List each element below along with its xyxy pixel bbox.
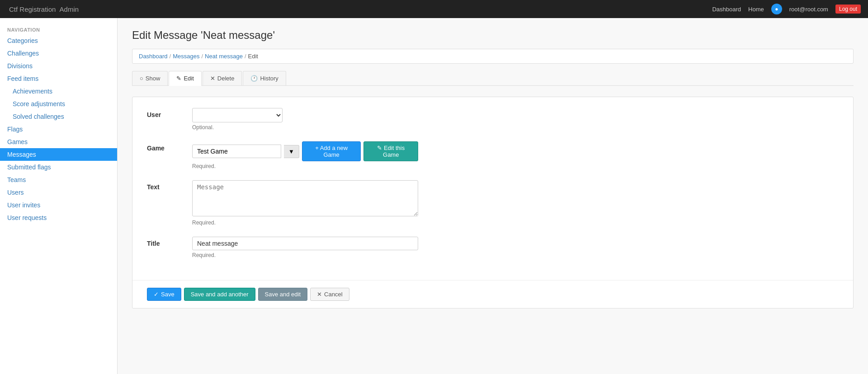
add-game-button[interactable]: + Add a new Game [302, 141, 361, 161]
breadcrumb-sep-2: / [201, 53, 203, 60]
eye-icon: ○ [140, 75, 143, 82]
tab-delete[interactable]: ✕ Delete [203, 71, 242, 85]
sidebar-item-user-requests[interactable]: User requests [0, 211, 117, 224]
sidebar-item-solved-challenges[interactable]: Solved challenges [0, 110, 117, 123]
tab-edit-label: Edit [184, 75, 193, 82]
user-avatar-icon: ● [771, 4, 782, 14]
checkmark-icon: ✓ [154, 291, 159, 298]
breadcrumb-sep-1: / [170, 53, 171, 60]
form-actions: ✓ Save Save and add another Save and edi… [132, 280, 853, 308]
tab-show[interactable]: ○ Show [132, 71, 168, 85]
title-control-wrap: Required. [192, 237, 418, 258]
tab-history[interactable]: 🕐 History [243, 71, 286, 85]
form-body: User Optional. Game ▼ [132, 97, 853, 280]
sidebar-item-teams[interactable]: Teams [0, 173, 117, 186]
title-input[interactable] [192, 237, 418, 250]
game-label: Game [147, 141, 192, 152]
user-select[interactable] [192, 108, 283, 122]
cancel-label: Cancel [324, 291, 342, 298]
breadcrumb-neat-message[interactable]: Neat message [205, 53, 243, 60]
edit-game-button[interactable]: ✎ Edit this Game [363, 141, 418, 161]
sidebar: Navigation Categories Challenges Divisio… [0, 18, 118, 374]
text-label: Text [147, 180, 192, 191]
text-required-text: Required. [192, 220, 418, 226]
brand: Ctf Registration Admin [7, 5, 79, 13]
sidebar-item-users[interactable]: Users [0, 186, 117, 199]
user-field-group: User Optional. [147, 108, 839, 131]
sidebar-nav-label: Navigation [0, 23, 117, 34]
game-dropdown-toggle[interactable]: ▼ [284, 145, 299, 158]
game-input[interactable] [192, 145, 281, 158]
save-add-button[interactable]: Save and add another [184, 288, 255, 301]
navbar-links: Dashboard Home ● root@root.com Log out [712, 4, 861, 14]
breadcrumb: Dashboard / Messages / Neat message / Ed… [132, 49, 854, 64]
cancel-button[interactable]: ✕ Cancel [310, 288, 349, 301]
save-label: Save [161, 291, 175, 298]
user-control-wrap: Optional. [192, 108, 418, 131]
tab-edit[interactable]: ✎ Edit [169, 71, 201, 86]
page-title: Edit Message 'Neat message' [132, 29, 854, 42]
brand-suffix: Admin [60, 5, 79, 13]
save-edit-button[interactable]: Save and edit [258, 288, 308, 301]
tab-history-label: History [260, 75, 278, 82]
main-content: Edit Message 'Neat message' Dashboard / … [118, 18, 868, 374]
game-required-text: Required. [192, 163, 418, 169]
user-help-text: Optional. [192, 124, 418, 131]
dashboard-link[interactable]: Dashboard [712, 6, 741, 13]
tab-show-label: Show [146, 75, 160, 82]
sidebar-item-challenges[interactable]: Challenges [0, 47, 117, 60]
sidebar-item-achievements[interactable]: Achievements [0, 85, 117, 98]
navbar: Ctf Registration Admin Dashboard Home ● … [0, 0, 868, 18]
breadcrumb-sep-3: / [245, 53, 246, 60]
sidebar-item-flags[interactable]: Flags [0, 123, 117, 136]
text-field-group: Text Required. [147, 180, 839, 226]
cancel-x-icon: ✕ [317, 291, 322, 298]
game-select-row: ▼ + Add a new Game ✎ Edit this Game [192, 141, 418, 161]
text-input[interactable] [192, 180, 418, 216]
pencil-icon: ✎ [176, 75, 181, 82]
times-icon: ✕ [210, 75, 215, 82]
sidebar-item-games[interactable]: Games [0, 136, 117, 148]
sidebar-item-divisions[interactable]: Divisions [0, 60, 117, 72]
edit-form: User Optional. Game ▼ [132, 97, 854, 309]
logout-button[interactable]: Log out [835, 5, 861, 14]
game-field-group: Game ▼ + Add a new Game ✎ Edit this Game… [147, 141, 839, 169]
game-control-wrap: ▼ + Add a new Game ✎ Edit this Game Requ… [192, 141, 418, 169]
home-link[interactable]: Home [748, 6, 764, 13]
text-control-wrap: Required. [192, 180, 418, 226]
tab-delete-label: Delete [217, 75, 235, 82]
title-field-group: Title Required. [147, 237, 839, 258]
sidebar-item-score-adjustments[interactable]: Score adjustments [0, 98, 117, 110]
title-required-text: Required. [192, 252, 418, 258]
breadcrumb-edit: Edit [248, 53, 258, 60]
user-email: root@root.com [789, 6, 828, 13]
breadcrumb-messages[interactable]: Messages [173, 53, 199, 60]
user-label: User [147, 108, 192, 118]
sidebar-item-submitted-flags[interactable]: Submitted flags [0, 161, 117, 173]
layout: Navigation Categories Challenges Divisio… [0, 18, 868, 374]
history-icon: 🕐 [250, 75, 258, 82]
title-label: Title [147, 237, 192, 247]
brand-name: Ctf Registration [9, 5, 56, 13]
save-button[interactable]: ✓ Save [147, 288, 181, 301]
breadcrumb-dashboard[interactable]: Dashboard [139, 53, 168, 60]
sidebar-item-categories[interactable]: Categories [0, 34, 117, 47]
sidebar-item-user-invites[interactable]: User invites [0, 199, 117, 211]
sidebar-item-messages[interactable]: Messages [0, 148, 117, 161]
sidebar-item-feed-items[interactable]: Feed items [0, 72, 117, 85]
tabs-bar: ○ Show ✎ Edit ✕ Delete 🕐 History [132, 71, 854, 86]
